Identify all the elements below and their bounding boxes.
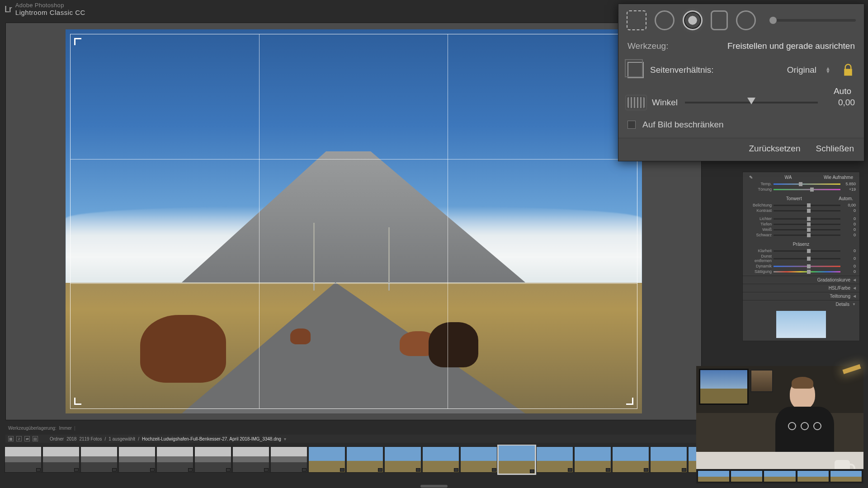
saturation-slider[interactable] (774, 271, 840, 272)
filmstrip-thumb[interactable] (42, 446, 80, 473)
whites-label: Weiß (746, 227, 772, 232)
slider-knob[interactable] (769, 17, 777, 24)
blacks-value[interactable]: 0 (842, 233, 856, 237)
wb-value[interactable]: Wie Aufnahme (824, 175, 853, 180)
tone-header: Tonwert (786, 196, 802, 201)
angle-slider[interactable] (685, 102, 818, 103)
angle-auto-button[interactable]: Auto (834, 86, 851, 96)
crumb-filename[interactable]: Hochzeit-Ludwigshafen-Full-Benkesser-27.… (142, 436, 281, 441)
exposure-slider[interactable] (774, 205, 840, 206)
dehaze-value[interactable]: 0 (842, 256, 856, 261)
shadows-value[interactable]: 0 (842, 222, 856, 226)
whites-slider[interactable] (774, 229, 840, 230)
survey-icon[interactable]: ▤ (33, 436, 38, 441)
filmstrip-thumb[interactable] (422, 446, 459, 473)
filmstrip-thumb[interactable] (460, 446, 497, 473)
second-window-icon[interactable]: 2 (16, 436, 22, 441)
filmstrip-thumb[interactable] (80, 446, 118, 473)
tone-auto[interactable]: Autom. (839, 196, 853, 201)
contrast-slider[interactable] (774, 210, 840, 211)
clarity-slider[interactable] (774, 250, 840, 252)
temp-value[interactable]: 5.850 (842, 182, 856, 186)
detail-thumbnail[interactable] (776, 311, 826, 338)
shadows-slider[interactable] (774, 224, 840, 225)
chevron-down-icon[interactable]: ▾ (284, 436, 286, 441)
lock-icon[interactable] (841, 63, 855, 77)
thumb-badge-icon (226, 468, 231, 472)
highlights-value[interactable]: 0 (842, 216, 856, 221)
filmstrip-thumb[interactable] (346, 446, 383, 473)
app-title-line1: Adobe Photoshop (15, 2, 64, 9)
filmstrip-thumb[interactable] (308, 446, 345, 473)
brush-size-slider[interactable] (769, 19, 856, 22)
grid-view-icon[interactable]: ▦ (8, 436, 14, 441)
filmstrip-resize-handle[interactable] (420, 485, 448, 488)
tool-name: Freistellen und gerade ausrichten (727, 41, 855, 51)
section-curve[interactable]: Gradationskurve◀ (743, 276, 859, 284)
dehaze-slider[interactable] (774, 258, 840, 259)
webcam-monitor (699, 369, 749, 405)
tint-slider[interactable] (774, 189, 840, 190)
saturation-value[interactable]: 0 (842, 269, 856, 274)
vibrance-value[interactable]: 0 (842, 264, 856, 268)
filmstrip-thumb[interactable] (612, 446, 649, 473)
tint-value[interactable]: +19 (842, 187, 856, 192)
filmstrip-thumb[interactable] (498, 445, 535, 474)
filmstrip-thumb[interactable] (156, 446, 193, 473)
overlay-label: Werkzeugüberlagerung: (8, 426, 57, 431)
close-button[interactable]: Schließen (816, 144, 854, 154)
filmstrip-thumb[interactable] (574, 446, 611, 473)
temp-label: Temp. (746, 182, 772, 186)
thumb-badge-icon (644, 468, 648, 472)
thumb-badge-icon (188, 468, 193, 472)
aspect-value[interactable]: Original (787, 65, 816, 75)
exposure-value[interactable]: 0,00 (842, 203, 856, 207)
section-details[interactable]: Details▼ (743, 300, 859, 308)
angle-value[interactable]: 0,00 (825, 98, 855, 108)
filmstrip-thumb[interactable] (650, 446, 687, 473)
wb-label: WA (785, 175, 792, 180)
filmstrip-thumb[interactable] (384, 446, 421, 473)
photo-cow (290, 328, 311, 344)
thumb-badge-icon (112, 468, 117, 472)
webcam-overlay (696, 366, 863, 483)
filmstrip-thumb[interactable] (118, 446, 156, 473)
filmstrip-thumb[interactable] (194, 446, 231, 473)
temp-slider[interactable] (774, 183, 840, 185)
canvas-area[interactable] (5, 23, 702, 420)
whites-value[interactable]: 0 (842, 227, 856, 232)
tool-title-row: Werkzeug: Freistellen und gerade ausrich… (618, 37, 864, 58)
filmstrip-thumb[interactable] (536, 446, 573, 473)
redeye-icon[interactable] (683, 10, 703, 30)
eyedropper-icon[interactable]: ✎ (749, 175, 753, 180)
clarity-value[interactable]: 0 (842, 249, 856, 253)
crumb-folder-label[interactable]: Ordner (50, 436, 64, 441)
slider-knob[interactable] (747, 98, 755, 104)
photo-preview[interactable] (66, 29, 642, 413)
straighten-icon[interactable] (627, 97, 645, 108)
aspect-stepper-icon[interactable]: ▲▼ (826, 67, 830, 73)
tool-icon-row (618, 4, 864, 37)
spot-removal-icon[interactable] (655, 10, 675, 30)
vibrance-slider[interactable] (774, 266, 840, 267)
section-split[interactable]: Teiltonung◀ (743, 292, 859, 300)
thumb-badge-icon (74, 468, 79, 472)
overlay-value[interactable]: Immer (59, 426, 72, 431)
filmstrip-thumb[interactable] (5, 446, 42, 473)
graduated-filter-icon[interactable] (711, 10, 728, 30)
crop-icon[interactable] (627, 10, 646, 30)
highlights-slider[interactable] (774, 218, 840, 220)
crop-tool-panel: Werkzeug: Freistellen und gerade ausrich… (618, 4, 864, 161)
filmstrip-thumb[interactable] (270, 446, 307, 473)
blacks-slider[interactable] (774, 235, 840, 236)
webcam-head (790, 380, 815, 409)
reset-button[interactable]: Zurücksetzen (749, 144, 800, 154)
aspect-icon[interactable] (627, 62, 644, 78)
crumb-folder-year[interactable]: 2018 (66, 436, 76, 441)
filmstrip-thumb[interactable] (232, 446, 269, 473)
contrast-value[interactable]: 0 (842, 208, 856, 213)
section-hsl[interactable]: HSL/Farbe◀ (743, 284, 859, 292)
compare-icon[interactable]: ⇄ (24, 436, 30, 441)
radial-filter-icon[interactable] (736, 10, 756, 30)
constrain-checkbox[interactable] (627, 121, 636, 129)
